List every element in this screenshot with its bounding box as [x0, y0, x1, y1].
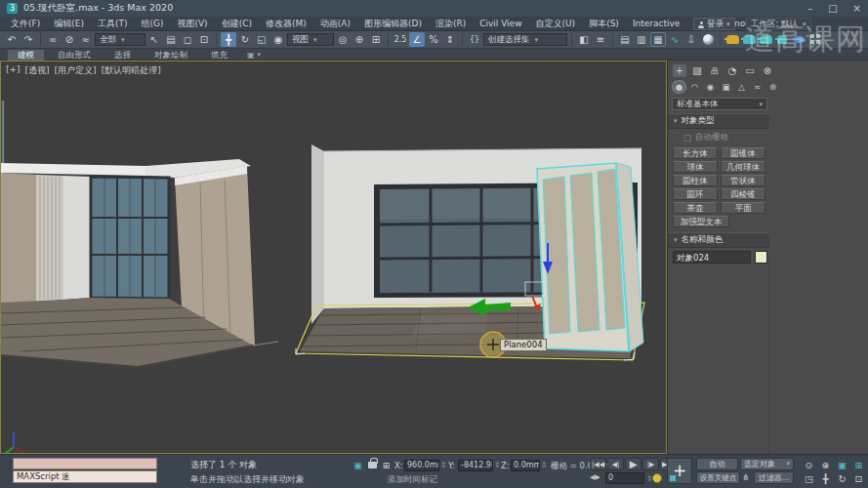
unlink-selection-icon[interactable]: ⊘	[62, 32, 77, 47]
schematic-view-icon[interactable]: ⇩	[683, 32, 699, 47]
ribbon-tab-selection[interactable]: 选择	[104, 50, 141, 61]
left-building-model[interactable]	[1, 159, 278, 367]
snap-toggle-2-5d-icon[interactable]: 2.5	[393, 32, 408, 47]
category-helpers-icon[interactable]: △	[735, 81, 748, 93]
z-spinner[interactable]: ⇕	[541, 461, 548, 469]
render-setup-icon[interactable]	[724, 32, 740, 47]
select-and-move-icon[interactable]: ╋	[221, 32, 236, 47]
menu-graph-editors[interactable]: 图形编辑器(D)	[357, 17, 429, 31]
selected-wall-panels[interactable]	[537, 163, 643, 351]
tab-modify[interactable]: ▨	[690, 64, 704, 77]
keyboard-shortcut-override-icon[interactable]: ⊞	[368, 32, 384, 47]
menu-create[interactable]: 创建(C)	[215, 17, 259, 31]
select-by-name-icon[interactable]: ▤	[163, 32, 179, 47]
zoom-extents-icon[interactable]: ▣	[834, 458, 850, 471]
isolate-selection-toggle-icon[interactable]: ▣	[351, 459, 364, 471]
align-icon[interactable]: ≡	[593, 32, 608, 47]
key-step-toggle[interactable]: ◀▶	[590, 473, 600, 481]
menu-file[interactable]: 文件(F)	[4, 17, 47, 31]
selection-filter-dropdown[interactable]: 全部 ▾	[95, 33, 145, 46]
primitive-category-dropdown[interactable]: 标准基本体 ▾	[672, 98, 767, 110]
menu-rendering[interactable]: 渲染(R)	[429, 17, 473, 31]
add-time-tag[interactable]: 添加时间标记	[388, 474, 437, 486]
category-lights-icon[interactable]: ◉	[704, 81, 717, 93]
workspace-dropdown[interactable]: 工作区: 默认 ▾	[746, 18, 811, 30]
previous-frame-button[interactable]: ◀|	[607, 458, 624, 470]
bedroom-model[interactable]	[296, 144, 646, 360]
zoom-all-icon[interactable]: ⊕	[817, 458, 834, 471]
pan-view-icon[interactable]: ╋	[817, 471, 834, 485]
zoom-region-icon[interactable]: ◳	[801, 471, 817, 485]
sphere-button[interactable]: 球体	[673, 161, 718, 173]
viewport-menu-user[interactable]: [用户定义]	[55, 64, 97, 77]
tab-motion[interactable]: ◔	[725, 64, 739, 77]
login-dropdown[interactable]: 登录 ▾	[693, 18, 735, 30]
menu-scripting[interactable]: 脚本(S)	[582, 17, 626, 31]
tab-utilities[interactable]: ⊗	[761, 64, 774, 77]
maximize-viewport-toggle-icon[interactable]: ⊡	[850, 471, 867, 485]
object-color-swatch[interactable]	[755, 251, 767, 264]
torus-button[interactable]: 圆环	[673, 188, 718, 200]
select-object-icon[interactable]: ↖	[146, 32, 162, 47]
maximize-button[interactable]: □	[828, 3, 837, 14]
select-and-manipulate-icon[interactable]: ⊕	[351, 32, 367, 47]
next-frame-button[interactable]: |▶	[642, 458, 659, 470]
pyramid-button[interactable]: 四棱锥	[721, 188, 765, 200]
go-to-start-button[interactable]: |◀◀	[590, 458, 606, 470]
tube-button[interactable]: 管状体	[721, 175, 765, 186]
named-selection-sets-dropdown[interactable]: 创建选择集 ▾	[483, 33, 567, 46]
menu-customize[interactable]: 自定义(U)	[529, 17, 583, 31]
rollout-name-color[interactable]: ▾ 名称和颜色	[668, 232, 769, 248]
reference-coordinate-dropdown[interactable]: 视图 ▾	[287, 33, 334, 46]
textplus-button[interactable]: 加强型文本	[673, 216, 729, 227]
category-cameras-icon[interactable]: ▣	[720, 81, 732, 93]
filters-button[interactable]: 过滤器...	[754, 471, 794, 484]
angle-snap-icon[interactable]: ∠	[409, 32, 425, 47]
maxscript-mini-listener[interactable]: MAXScript 迷	[13, 470, 157, 483]
close-button[interactable]: ×	[853, 3, 861, 14]
viewport-menu-pov[interactable]: [透视]	[25, 64, 50, 77]
ribbon-toggle-icon[interactable]: ▦	[650, 32, 666, 47]
z-coordinate-field[interactable]: 0.0mm	[511, 460, 540, 471]
selection-lock-icon[interactable]	[368, 462, 377, 468]
teapot-button[interactable]: 茶壶	[673, 202, 718, 214]
cone-button[interactable]: 圆锥体	[721, 147, 765, 159]
absolute-mode-toggle-icon[interactable]: ⊞	[380, 459, 393, 471]
material-editor-icon[interactable]	[700, 32, 716, 47]
scene-explorer-icon[interactable]: ▤	[617, 32, 633, 47]
x-spinner[interactable]: ⇕	[440, 461, 447, 469]
ribbon-show-panels-dropdown[interactable]: ▣ ▾	[247, 51, 261, 60]
category-spacewarps-icon[interactable]: ≈	[751, 81, 764, 93]
render-iterative-icon[interactable]	[774, 32, 790, 47]
play-button[interactable]: ▶	[625, 458, 641, 470]
select-and-link-icon[interactable]: ∞	[45, 32, 61, 47]
use-pivot-center-icon[interactable]: ◎	[335, 32, 351, 47]
viewport-menu-general[interactable]: [+]	[6, 64, 21, 77]
zoom-extents-all-icon[interactable]: ⊞	[850, 458, 867, 471]
curve-editor-icon[interactable]: ∿	[667, 32, 682, 47]
selection-set-dropdown[interactable]: 选定对象 ▾	[740, 458, 794, 470]
tab-display[interactable]: ▭	[743, 64, 757, 77]
menu-views[interactable]: 视图(V)	[170, 17, 214, 31]
zoom-icon[interactable]: ⊙	[801, 458, 817, 471]
menu-interactive[interactable]: Interactive	[626, 17, 686, 31]
category-shapes-icon[interactable]: ◠	[688, 81, 701, 93]
autogrid-checkbox[interactable]: □ 自动栅格	[668, 129, 868, 145]
select-and-rotate-icon[interactable]: ↻	[237, 32, 253, 47]
window-crossing-icon[interactable]: ⊡	[196, 32, 212, 47]
rollout-object-type[interactable]: ▾ 对象类型	[668, 113, 769, 129]
mirror-icon[interactable]: ◧	[576, 32, 592, 47]
geosphere-button[interactable]: 几何球体	[721, 161, 765, 173]
macro-recorder-field[interactable]	[13, 458, 157, 469]
percent-snap-icon[interactable]: %	[426, 32, 441, 47]
perspective-viewport[interactable]: [+] [透视] [用户定义] [默认明暗处理]	[0, 61, 667, 454]
category-systems-icon[interactable]: ⊛	[766, 81, 779, 93]
menu-civil-view[interactable]: Civil View	[473, 17, 528, 31]
category-geometry-icon[interactable]: ●	[673, 81, 685, 93]
y-spinner[interactable]: ⇕	[494, 461, 501, 469]
set-key-mode-button[interactable]: 设置关键点	[696, 471, 740, 484]
undo-icon[interactable]: ↶	[4, 32, 20, 47]
tab-create[interactable]: +	[673, 64, 686, 77]
rectangular-selection-region-icon[interactable]: ◻	[180, 32, 195, 47]
ribbon-tab-freeform[interactable]: 自由形式	[48, 50, 101, 61]
